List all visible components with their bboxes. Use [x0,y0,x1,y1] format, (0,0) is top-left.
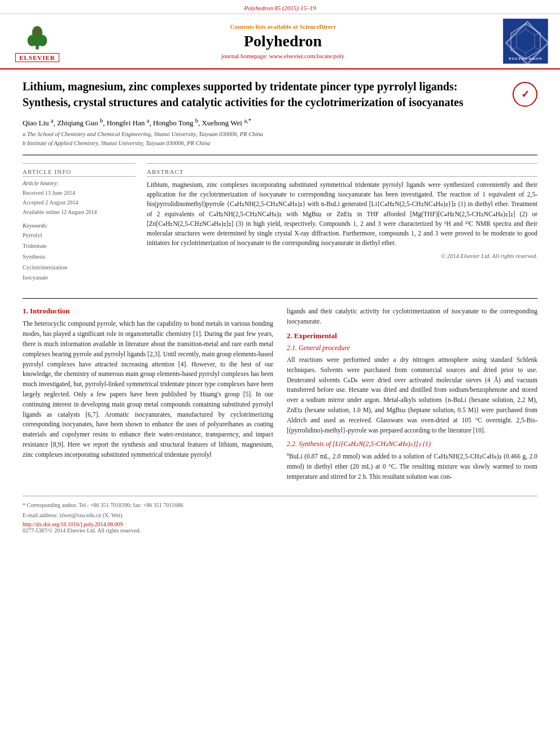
journal-title: Polyhedron [71,32,495,50]
author-hongbo-tong: Hongbo Tong b, [153,119,202,127]
svg-marker-8 [517,29,535,53]
crossmark-badge: ✓ [513,82,537,107]
intro-paragraph: The heterocyclic compound pyrrole, which… [23,319,273,460]
general-procedure-heading: 2.1. General procedure [287,344,537,352]
svg-line-10 [535,33,540,35]
email-label: E-mail address: [23,512,58,518]
keywords-group: Keywords: Pyrrolyl Tridentate Synthesis … [23,222,135,283]
intro-continuation: ligands and their catalytic activity for… [287,307,537,327]
authors-line: Qiao Liu a, Zhiqiang Guo b, Hongfei Han … [23,117,504,128]
body-right-column: ligands and their catalytic activity for… [287,307,537,486]
elsevier-logo-area: ELSEVIER [9,19,65,64]
article-info-box: ARTICLE INFO Article history: Received 1… [23,163,135,283]
author-qiao-liu: Qiao Liu a, [23,119,57,127]
available-date: Available online 12 August 2014 [23,207,135,217]
body-content: 1. Introduction The heterocyclic compoun… [23,298,537,486]
polyhedron-logo-label: POLYHEDRON [503,56,548,62]
keywords-list: Pyrrolyl Tridentate Synthesis Cyclotrime… [23,230,135,283]
experimental-heading: 2. Experimental [287,331,537,340]
doi-line: http://dx.doi.org/10.1016/j.poly.2014.08… [23,521,537,527]
keywords-heading: Keywords: [23,222,135,229]
journal-volume-label: Polyhedron 85 (2015) 15–19 [244,5,316,11]
accepted-date: Accepted 2 August 2014 [23,198,135,207]
svg-line-13 [511,47,517,50]
abstract-box: ABSTRACT Lithium, magnesium, zinc comple… [147,163,537,259]
keyword-pyrrolyl: Pyrrolyl [23,230,135,241]
paper-title: Lithium, magnesium, zinc complexes suppo… [23,78,504,110]
received-date: Received 13 June 2014 [23,188,135,198]
abstract-column: ABSTRACT Lithium, magnesium, zinc comple… [147,163,537,289]
sciencedirect-link: Contents lists available at ScienceDirec… [71,23,495,30]
keyword-isocyanate: Isocyanate [23,273,135,283]
footnote-star-line: * Corresponding author. Tel.: +86 351 70… [23,501,537,509]
body-two-col: 1. Introduction The heterocyclic compoun… [23,307,537,486]
elsevier-tree-icon [20,21,54,52]
body-left-column: 1. Introduction The heterocyclic compoun… [23,307,273,486]
article-history-group: Article history: Received 13 June 2014 A… [23,180,135,217]
synthesis-heading: 2.2. Synthesis of [Li{C₄H₂N(2,5-CH₂NC₄H₈… [287,440,537,448]
article-info-label: ARTICLE INFO [23,168,135,177]
elsevier-label: ELSEVIER [15,53,59,62]
abstract-label: ABSTRACT [147,168,537,177]
affiliation-b: b Institute of Applied Chemistry, Shanxi… [23,139,504,148]
journal-top-bar: Polyhedron 85 (2015) 15–19 [0,0,560,14]
article-history-heading: Article history: [23,180,135,186]
paper-title-section: Lithium, magnesium, zinc complexes suppo… [23,78,537,155]
keyword-tridentate: Tridentate [23,241,135,252]
svg-rect-5 [34,26,41,36]
email-value: xlwei@sxu.edu.cn (X. Wei). [59,512,124,518]
footer-area: * Corresponding author. Tel.: +86 351 70… [23,496,537,534]
affiliation-a: a The School of Chemistry and Chemical E… [23,130,504,139]
article-dates: Received 13 June 2014 Accepted 2 August … [23,188,135,217]
keyword-cyclotrimerization: Cyclotrimerization [23,263,135,273]
journal-homepage: journal homepage: www.elsevier.com/locat… [71,53,495,59]
article-info-column: ARTICLE INFO Article history: Received 1… [23,163,135,289]
affiliations: a The School of Chemistry and Chemical E… [23,130,504,148]
polyhedron-logo-area: POLYHEDRON [500,19,551,64]
info-abstract-section: ARTICLE INFO Article history: Received 1… [23,163,537,289]
issn-line: 0277-5387/© 2014 Elsevier Ltd. All right… [23,527,537,534]
journal-header: ELSEVIER Contents lists available at Sci… [0,14,560,69]
svg-line-11 [535,47,540,50]
journal-center: Contents lists available at ScienceDirec… [71,19,495,64]
author-hongfei-han: Hongfei Han a, [107,119,153,127]
email-line: E-mail address: xlwei@sxu.edu.cn (X. Wei… [23,511,537,519]
copyright-line: © 2014 Elsevier Ltd. All rights reserved… [147,253,537,259]
author-xuehong-wei: Xuehong Wei a,* [202,119,251,127]
synthesis-text: nBuLi (0.87 mL, 2.0 mmol) was added to a… [287,451,537,482]
article-content: Lithium, magnesium, zinc complexes suppo… [0,69,560,543]
keyword-synthesis: Synthesis [23,252,135,263]
paper-title-text: Lithium, magnesium, zinc complexes suppo… [23,78,504,148]
crossmark-icon: ✓ [521,88,530,101]
author-zhiqiang-guo: Zhiqiang Guo b, [57,119,107,127]
general-procedure-text: All reactions were performed under a dry… [287,355,537,436]
abstract-text: Lithium, magnesium, zinc complexes incor… [147,180,537,248]
polyhedron-logo: POLYHEDRON [503,19,548,64]
intro-heading: 1. Introduction [23,307,273,316]
